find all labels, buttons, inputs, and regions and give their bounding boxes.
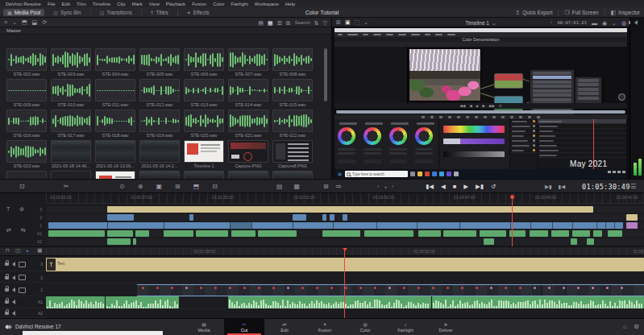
match-out-icon[interactable]: ▶▮ bbox=[545, 184, 552, 190]
overview-track[interactable] bbox=[46, 222, 644, 229]
view-filmstrip-icon[interactable]: ▤ bbox=[258, 20, 264, 26]
sort-icon[interactable]: ⇅ bbox=[314, 20, 319, 26]
home-icon[interactable]: ⌂ bbox=[623, 324, 627, 330]
menu-item-clip[interactable]: Clip bbox=[117, 2, 125, 6]
play-icon[interactable]: ▶ bbox=[463, 184, 468, 190]
menu-item-color[interactable]: Color bbox=[213, 2, 224, 6]
overview-clip[interactable] bbox=[608, 230, 621, 237]
user-icon[interactable]: ◉ bbox=[602, 20, 607, 26]
mixer-icon[interactable]: ≔ bbox=[335, 184, 342, 190]
overview-clip[interactable] bbox=[484, 238, 494, 245]
overview-clip[interactable] bbox=[107, 206, 593, 213]
tab-transitions[interactable]: ◲Transitions bbox=[96, 9, 136, 16]
audio-clip[interactable] bbox=[432, 296, 644, 308]
full-view-icon[interactable]: ▦ bbox=[294, 184, 301, 190]
match-in-icon[interactable]: ▮◀ bbox=[559, 184, 566, 190]
jog-left-icon[interactable]: ‹ bbox=[377, 184, 380, 190]
view-thumbnail-icon[interactable]: ▦ bbox=[268, 20, 273, 26]
boring-detector-icon[interactable]: ⊘ bbox=[19, 206, 24, 212]
timeline-options-icon[interactable]: ☰ bbox=[630, 184, 636, 190]
chevron-down-icon[interactable]: ⌄ bbox=[12, 19, 17, 25]
title-tool-icon[interactable]: T bbox=[6, 206, 10, 212]
overview-playhead-pin[interactable] bbox=[510, 195, 514, 199]
skip-end-icon[interactable]: ▶▮ bbox=[476, 184, 484, 190]
track-header-3[interactable]: 3 bbox=[0, 258, 45, 271]
overview-clip[interactable] bbox=[230, 222, 251, 229]
overview-clip[interactable] bbox=[107, 238, 131, 245]
snapping-magnet-icon[interactable]: ⊓ bbox=[6, 248, 10, 254]
overview-clip[interactable] bbox=[133, 238, 136, 245]
tool-a-icon[interactable]: ⇄ bbox=[6, 227, 11, 233]
overview-clip[interactable] bbox=[343, 214, 347, 221]
tools-icon[interactable]: ⊡ bbox=[19, 184, 25, 190]
page-edit[interactable]: ⇄Edit bbox=[264, 319, 305, 335]
overview-clip[interactable] bbox=[189, 214, 193, 221]
reel-icon[interactable]: ▬ bbox=[592, 20, 597, 26]
color-wheel-icon[interactable]: ◍ bbox=[621, 20, 626, 26]
media-pool-scrollbar[interactable] bbox=[324, 48, 327, 101]
menu-item-timeline[interactable]: Timeline bbox=[93, 2, 110, 6]
marker-tool-icon[interactable]: ◫ bbox=[15, 248, 20, 254]
append-icon[interactable]: ⊕ bbox=[138, 184, 143, 190]
expand-view-icon[interactable]: ⬚ bbox=[355, 19, 360, 25]
mute-speaker-icon[interactable] bbox=[12, 262, 15, 267]
overview-clip[interactable] bbox=[571, 238, 577, 245]
stop-icon[interactable]: ■ bbox=[453, 184, 457, 190]
close-up-icon[interactable]: ⊞ bbox=[175, 184, 181, 190]
settings-gear-icon[interactable]: ⚙ bbox=[634, 324, 639, 330]
clip-options-icon[interactable]: ⊞ bbox=[323, 184, 329, 190]
overview-clip[interactable] bbox=[196, 230, 228, 237]
overview-clip[interactable] bbox=[164, 230, 193, 237]
mute-speaker-icon[interactable] bbox=[12, 311, 15, 316]
detail-playhead-pin[interactable] bbox=[343, 248, 347, 251]
overview-clip[interactable] bbox=[322, 230, 360, 237]
overview-clip[interactable] bbox=[626, 222, 638, 229]
menu-item-trim[interactable]: Trim bbox=[77, 2, 86, 6]
page-cut[interactable]: ✂Cut bbox=[224, 319, 264, 335]
jog-dot-icon[interactable]: ● bbox=[384, 185, 387, 189]
audio-clip[interactable] bbox=[228, 296, 431, 308]
bin-breadcrumb[interactable]: Master bbox=[0, 27, 332, 35]
timeline-view-icon[interactable]: ▤ bbox=[276, 184, 283, 190]
overview-clip[interactable] bbox=[593, 230, 602, 237]
overview-track[interactable] bbox=[46, 206, 644, 213]
video-clip[interactable] bbox=[137, 284, 644, 296]
overview-clip[interactable] bbox=[530, 230, 549, 237]
view-list-icon[interactable]: ☰ bbox=[277, 20, 282, 26]
overview-track[interactable] bbox=[46, 230, 644, 237]
smart-insert-icon[interactable]: ⊙ bbox=[119, 184, 125, 190]
track-grid-icon[interactable]: ▦ bbox=[37, 248, 42, 254]
timeline-ruler-overview[interactable]: 01:00:00:0001:00:57:0001:01:55:0001:02:5… bbox=[46, 193, 644, 204]
menu-item-edit[interactable]: Edit bbox=[62, 2, 70, 6]
inspector-button[interactable]: ◧Inspector bbox=[611, 10, 640, 15]
overview-track[interactable] bbox=[46, 214, 644, 221]
source-overwrite-icon[interactable]: ⊟ bbox=[212, 184, 218, 190]
bin-list-icon[interactable]: ≡ bbox=[4, 19, 7, 25]
place-on-top-icon[interactable]: ⬒ bbox=[193, 184, 200, 190]
overview-clip[interactable] bbox=[480, 230, 506, 237]
overview-clip[interactable] bbox=[293, 214, 306, 221]
menu-item-mark[interactable]: Mark bbox=[132, 2, 143, 6]
chevron-down-icon[interactable]: ⌄ bbox=[612, 20, 617, 26]
overview-clip[interactable] bbox=[443, 230, 476, 237]
overview-clip[interactable] bbox=[135, 230, 149, 237]
overview-clip[interactable] bbox=[107, 230, 134, 237]
page-color[interactable]: ◍Color bbox=[345, 319, 385, 335]
search-label[interactable]: Search bbox=[295, 20, 310, 25]
menu-item-view[interactable]: View bbox=[149, 2, 160, 6]
mute-speaker-icon[interactable] bbox=[12, 287, 15, 292]
overview-track[interactable] bbox=[46, 238, 644, 245]
link-indicator-icon[interactable]: ● bbox=[26, 249, 28, 253]
overview-clip[interactable] bbox=[572, 230, 590, 237]
overview-clip[interactable] bbox=[322, 214, 326, 221]
overview-clip[interactable] bbox=[626, 214, 638, 221]
razor-icon[interactable]: ✂ bbox=[64, 184, 69, 190]
overview-clip[interactable] bbox=[587, 238, 594, 245]
overview-clip[interactable] bbox=[231, 230, 256, 237]
import-media-icon[interactable]: ⬒ bbox=[22, 19, 27, 25]
filter-icon[interactable]: ▽ bbox=[323, 20, 327, 26]
overview-clip[interactable] bbox=[418, 230, 441, 237]
menu-item-fairlight[interactable]: Fairlight bbox=[231, 2, 247, 6]
track-header-A1[interactable]: A1 bbox=[0, 296, 45, 308]
page-fairlight[interactable]: ♪Fairlight bbox=[385, 319, 426, 335]
